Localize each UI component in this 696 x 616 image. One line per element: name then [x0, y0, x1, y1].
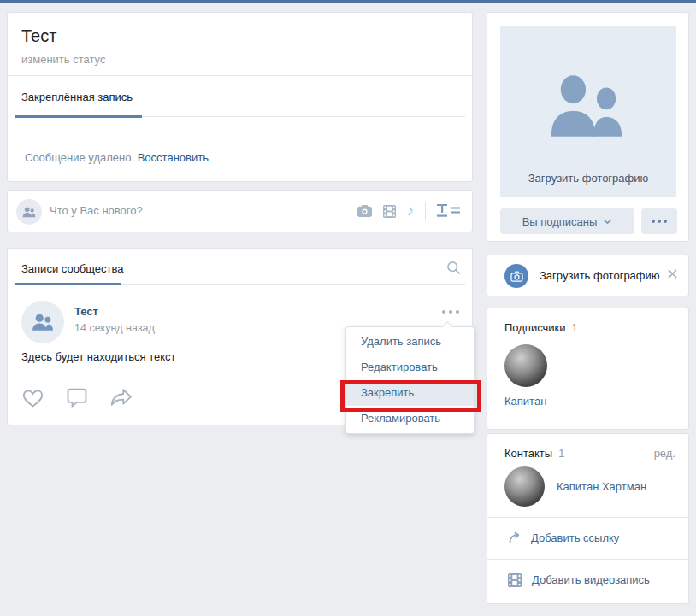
ellipsis-icon — [658, 220, 661, 223]
menu-item-delete-post[interactable]: Удалить запись — [346, 329, 474, 355]
camera-icon[interactable] — [357, 205, 372, 217]
tab-community-posts[interactable]: Записи сообщества — [21, 262, 124, 275]
divider — [8, 75, 472, 76]
contact-name-link[interactable]: Капитан Хартман — [557, 480, 646, 493]
film-icon — [508, 573, 522, 587]
add-video-label: Добавить видеозапись — [532, 573, 650, 586]
share-icon[interactable] — [109, 387, 133, 408]
ellipsis-icon — [664, 220, 667, 223]
post-composer: Что у Вас нового? ♪ — [7, 190, 473, 232]
avatar — [16, 199, 42, 225]
contacts-title-label: Контакты — [504, 447, 552, 460]
add-link-button[interactable]: Добавить ссылку — [487, 517, 688, 559]
post-options-button[interactable] — [439, 307, 463, 317]
people-icon — [32, 314, 54, 331]
tab-pinned-post[interactable]: Закреплённая запись — [21, 91, 133, 103]
followers-title[interactable]: Подписчики1 — [504, 321, 577, 334]
post-actions-row — [21, 387, 133, 408]
top-navigation-bar — [0, 0, 696, 3]
composer-attachments: ♪ — [357, 191, 461, 232]
music-icon[interactable]: ♪ — [407, 204, 415, 218]
contacts-count: 1 — [558, 448, 564, 460]
link-arrow-icon — [508, 531, 521, 544]
composer-input[interactable]: Что у Вас нового? — [50, 191, 143, 232]
upload-photo-area[interactable]: Загрузить фотографию — [500, 26, 676, 197]
search-icon[interactable] — [446, 261, 461, 279]
post-author-link[interactable]: Тест — [74, 305, 98, 318]
ellipsis-icon — [456, 310, 459, 314]
followers-card: Подписчики1 Капитан — [487, 308, 689, 430]
upload-photo-strip: Загрузить фотографию — [487, 255, 689, 296]
community-photo-card: Загрузить фотографию Вы подписаны — [487, 12, 689, 242]
menu-item-edit[interactable]: Редактировать — [346, 355, 474, 380]
active-tab-underline — [15, 115, 142, 118]
post-author-avatar[interactable] — [21, 301, 64, 343]
avatar[interactable] — [504, 344, 547, 387]
annotation-highlight-box — [340, 380, 481, 412]
page-title: Тест — [21, 26, 56, 46]
post-text: Здесь будет находиться текст — [21, 350, 176, 363]
comment-icon[interactable] — [66, 387, 88, 408]
deleted-message-text: Сообщение удалено. — [25, 151, 134, 164]
upload-photo-label: Загрузить фотографию — [500, 172, 676, 185]
active-tab-underline — [15, 283, 121, 285]
deleted-message-row: Сообщение удалено. Восстановить — [25, 151, 209, 164]
text-format-icon[interactable] — [437, 204, 460, 218]
subscribed-button-label: Вы подписаны — [522, 215, 598, 228]
profile-card: Тест изменить статус Закреплённая запись… — [7, 12, 473, 182]
subscribed-button[interactable]: Вы подписаны — [500, 208, 634, 234]
like-icon[interactable] — [21, 387, 44, 408]
add-link-label: Добавить ссылку — [531, 531, 619, 544]
vk-community-page: Тест изменить статус Закреплённая запись… — [0, 0, 696, 616]
close-icon[interactable] — [667, 268, 678, 279]
divider — [425, 202, 426, 220]
followers-title-label: Подписчики — [504, 321, 566, 334]
people-icon — [543, 73, 634, 144]
add-video-button[interactable]: Добавить видеозапись — [487, 559, 688, 601]
follower-name-link[interactable]: Капитан — [504, 395, 546, 408]
contacts-card: Контакты1 ред. Капитан Хартман Добавить … — [487, 433, 689, 604]
post-timestamp[interactable]: 14 секунд назад — [74, 322, 155, 334]
more-options-button[interactable] — [641, 208, 677, 234]
chevron-down-icon — [603, 219, 612, 225]
camera-icon — [504, 264, 528, 288]
contacts-title[interactable]: Контакты1 — [504, 447, 564, 460]
restore-link[interactable]: Восстановить — [138, 151, 209, 164]
change-status-link[interactable]: изменить статус — [21, 53, 105, 66]
ellipsis-icon — [449, 310, 452, 314]
ellipsis-icon — [442, 310, 445, 314]
followers-count: 1 — [572, 322, 578, 334]
edit-contacts-link[interactable]: ред. — [654, 447, 675, 460]
upload-photo-link[interactable]: Загрузить фотографию — [540, 255, 660, 296]
avatar[interactable] — [504, 466, 545, 507]
people-icon — [22, 207, 36, 218]
ellipsis-icon — [652, 220, 655, 223]
film-icon[interactable] — [383, 205, 396, 218]
